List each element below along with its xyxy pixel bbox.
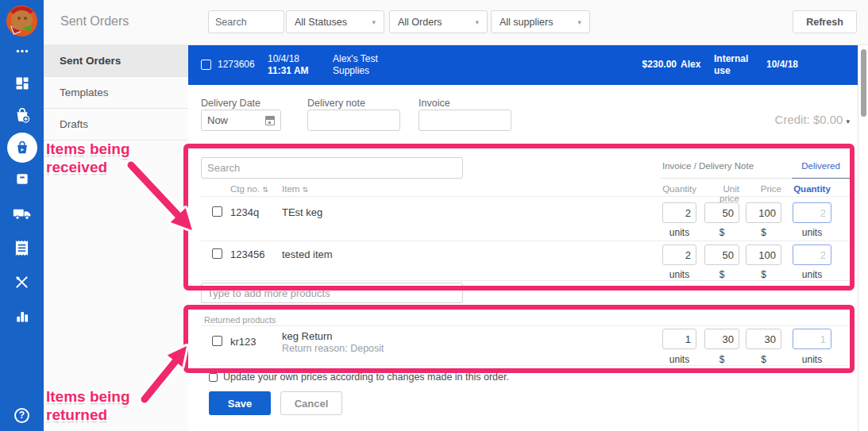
app-logo[interactable] bbox=[6, 5, 38, 37]
item-quantity-input[interactable] bbox=[662, 244, 696, 265]
item-ctg-no: 1234q bbox=[230, 206, 259, 218]
returned-item-ctg-no: kr123 bbox=[230, 336, 257, 348]
returned-quantity-input[interactable] bbox=[662, 329, 696, 349]
orders-search-input[interactable] bbox=[208, 10, 284, 33]
item-name: TEst keg bbox=[282, 206, 322, 218]
column-header-price: Price bbox=[746, 184, 781, 194]
status-filter-value: All Statuses bbox=[295, 17, 347, 28]
items-search-input[interactable] bbox=[201, 157, 463, 179]
currency-label: $ bbox=[704, 227, 739, 238]
row-divider bbox=[201, 196, 852, 197]
item-row-checkbox[interactable] bbox=[212, 206, 222, 217]
column-header-item[interactable]: Item ⇅ bbox=[282, 184, 308, 194]
order-sent-datetime: 10/4/18 11:31 AM bbox=[268, 53, 318, 77]
subnav-item-drafts[interactable]: Drafts bbox=[44, 109, 188, 140]
update-prices-label: Update your own prices according to chan… bbox=[223, 371, 509, 383]
scrollbar-track bbox=[858, 45, 868, 431]
cookbook-icon[interactable] bbox=[0, 272, 44, 291]
orders-filter-select[interactable]: All Orders ▾ bbox=[389, 10, 488, 33]
order-detail-panel: 1273606 10/4/18 11:31 AM Alex's Test Sup… bbox=[188, 45, 858, 431]
refresh-button[interactable]: Refresh bbox=[793, 10, 857, 33]
column-header-ctg[interactable]: Ctg no. ⇅ bbox=[230, 184, 268, 194]
inventory-icon[interactable] bbox=[0, 169, 44, 188]
item-quantity-input[interactable] bbox=[662, 202, 696, 223]
icon-sidebar: ? bbox=[0, 0, 44, 431]
order-total: $230.00 bbox=[633, 59, 677, 71]
item-delivered-quantity-input[interactable] bbox=[793, 244, 831, 265]
item-ctg-no: 123456 bbox=[230, 248, 264, 260]
help-icon[interactable]: ? bbox=[0, 407, 44, 423]
delivery-date-label: Delivery Date bbox=[201, 98, 260, 109]
unit-label: units bbox=[793, 269, 831, 280]
page-title: Sent Orders bbox=[60, 14, 129, 29]
currency-label: $ bbox=[704, 354, 739, 365]
reports-icon[interactable] bbox=[0, 306, 44, 325]
sent-orders-icon[interactable] bbox=[0, 133, 44, 163]
returned-item-reason: Return reason: Deposit bbox=[282, 343, 384, 354]
column-header-quantity: Quantity bbox=[662, 184, 696, 194]
order-supplier: Alex's Test Supplies bbox=[333, 53, 390, 77]
chevron-down-icon: ▾ bbox=[475, 18, 479, 26]
topbar: Sent Orders All Statuses ▾ All Orders ▾ … bbox=[44, 0, 868, 45]
item-unit-price-input[interactable] bbox=[704, 244, 739, 265]
returned-item-checkbox[interactable] bbox=[212, 336, 222, 346]
column-header-unit-price: Unit price bbox=[704, 184, 739, 203]
column-header-delivered-quantity: Quantity bbox=[793, 184, 831, 194]
chevron-down-icon: ▾ bbox=[577, 18, 581, 26]
unit-label: units bbox=[793, 227, 831, 238]
scrollbar-thumb[interactable] bbox=[861, 49, 866, 117]
subnav: Sent Orders Templates Drafts bbox=[44, 45, 188, 431]
currency-label: $ bbox=[746, 269, 781, 280]
order-summary-row[interactable]: 1273606 10/4/18 11:31 AM Alex's Test Sup… bbox=[188, 45, 858, 85]
order-number: 1273606 bbox=[218, 59, 255, 71]
invoices-icon[interactable] bbox=[0, 238, 44, 257]
invoice-label: Invoice bbox=[419, 98, 450, 109]
unit-label: units bbox=[662, 227, 696, 238]
order-note: Internal use bbox=[714, 53, 750, 77]
dashboard-icon[interactable] bbox=[0, 75, 44, 92]
status-filter-select[interactable]: All Statuses ▾ bbox=[286, 10, 384, 33]
unit-label: units bbox=[793, 354, 831, 365]
delivered-header-divider bbox=[792, 178, 850, 179]
currency-label: $ bbox=[704, 269, 739, 280]
returned-unit-price-input[interactable] bbox=[704, 329, 739, 349]
item-row-checkbox[interactable] bbox=[212, 248, 222, 259]
currency-label: $ bbox=[746, 354, 781, 365]
subnav-item-sent-orders[interactable]: Sent Orders bbox=[44, 45, 188, 77]
cancel-button[interactable]: Cancel bbox=[280, 391, 342, 415]
returned-item-name: keg Return bbox=[282, 330, 333, 342]
chevron-down-icon: ▾ bbox=[372, 18, 376, 26]
row-divider bbox=[201, 325, 852, 326]
credit-dropdown[interactable]: Credit: $0.00▾ bbox=[775, 113, 850, 126]
order-checkbox[interactable] bbox=[201, 60, 211, 70]
more-icon[interactable] bbox=[0, 44, 44, 57]
save-button[interactable]: Save bbox=[209, 391, 271, 415]
suppliers-filter-select[interactable]: All suppliers ▾ bbox=[491, 10, 590, 33]
returned-delivered-quantity-input[interactable] bbox=[793, 329, 831, 349]
add-products-input[interactable] bbox=[201, 283, 463, 303]
item-delivered-quantity-input[interactable] bbox=[793, 202, 831, 223]
unit-label: units bbox=[662, 269, 696, 280]
invoice-input[interactable] bbox=[419, 110, 511, 131]
returned-price-input[interactable] bbox=[746, 329, 781, 349]
delivery-note-input[interactable] bbox=[307, 110, 400, 131]
item-name: tested item bbox=[282, 248, 333, 260]
active-icon-bubble bbox=[7, 133, 37, 163]
returned-products-label: Returned products bbox=[204, 315, 276, 325]
calendar-icon bbox=[265, 116, 275, 125]
delivery-date-value: Now bbox=[207, 114, 228, 126]
item-price-input[interactable] bbox=[746, 202, 781, 223]
delivery-note-label: Delivery note bbox=[307, 98, 365, 109]
new-order-icon[interactable] bbox=[0, 106, 44, 125]
orders-filter-value: All Orders bbox=[398, 17, 442, 28]
subnav-item-templates[interactable]: Templates bbox=[44, 77, 188, 109]
update-prices-checkbox[interactable] bbox=[209, 373, 218, 382]
item-unit-price-input[interactable] bbox=[704, 202, 739, 223]
row-divider bbox=[201, 365, 852, 366]
sort-icon: ⇅ bbox=[303, 186, 309, 194]
item-price-input[interactable] bbox=[746, 244, 781, 265]
currency-label: $ bbox=[746, 227, 781, 238]
row-divider bbox=[201, 241, 852, 241]
delivery-date-field[interactable]: Now bbox=[201, 110, 281, 131]
delivery-truck-icon[interactable] bbox=[0, 204, 44, 223]
